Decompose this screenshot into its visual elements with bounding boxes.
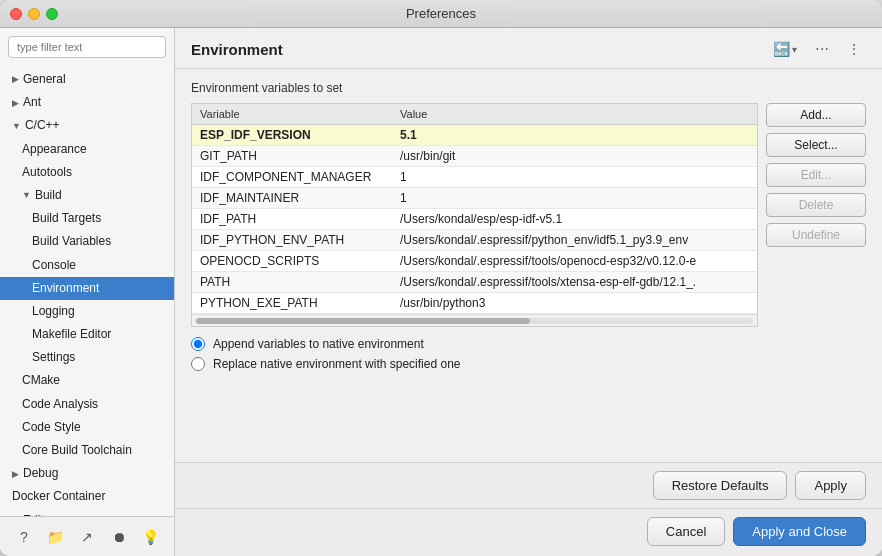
export-icon[interactable]: ↗ bbox=[78, 528, 96, 546]
select-button[interactable]: Select... bbox=[766, 133, 866, 157]
table-cell-value: 1 bbox=[392, 188, 757, 209]
chevron-right-icon: ▶ bbox=[12, 467, 19, 481]
sidebar-item-cmake[interactable]: CMake bbox=[0, 369, 174, 392]
add-button[interactable]: Add... bbox=[766, 103, 866, 127]
radio-section: Append variables to native environment R… bbox=[191, 337, 758, 371]
sidebar-item-docker-container[interactable]: Docker Container bbox=[0, 485, 174, 508]
radio-append-label: Append variables to native environment bbox=[213, 337, 424, 351]
close-button[interactable] bbox=[10, 8, 22, 20]
radio-replace[interactable] bbox=[191, 357, 205, 371]
sidebar-item-appearance[interactable]: Appearance bbox=[0, 138, 174, 161]
sidebar-tree: ▶ General ▶ Ant ▼ C/C++ Appearance bbox=[0, 66, 174, 516]
table-cell-variable: IDF_PATH bbox=[192, 209, 392, 230]
scrollbar-track bbox=[196, 318, 753, 324]
section-label: Environment variables to set bbox=[191, 81, 866, 95]
lightbulb-icon[interactable]: 💡 bbox=[141, 528, 159, 546]
table-cell-variable: IDF_MAINTAINER bbox=[192, 188, 392, 209]
env-main: Variable Value ESP_IDF_VERSION5.1GIT_PAT… bbox=[191, 103, 866, 371]
horizontal-scrollbar[interactable] bbox=[192, 314, 757, 326]
scrollbar-thumb bbox=[196, 318, 530, 324]
sidebar-bottom-bar: ? 📁 ↗ ⏺ 💡 bbox=[0, 516, 174, 556]
window-title: Preferences bbox=[406, 6, 476, 21]
col-variable: Variable bbox=[192, 104, 392, 125]
table-row[interactable]: PYTHON_EXE_PATH/usr/bin/python3 bbox=[192, 293, 757, 314]
table-cell-variable: ESP_IDF_VERSION bbox=[192, 125, 392, 146]
sidebar-item-build-variables[interactable]: Build Variables bbox=[0, 230, 174, 253]
env-table-section: Variable Value ESP_IDF_VERSION5.1GIT_PAT… bbox=[191, 103, 758, 371]
chevron-right-icon: ▶ bbox=[12, 96, 19, 110]
forward-icon[interactable]: ⋯ bbox=[810, 38, 834, 60]
sidebar: ▶ General ▶ Ant ▼ C/C++ Appearance bbox=[0, 28, 175, 556]
sidebar-item-logging[interactable]: Logging bbox=[0, 300, 174, 323]
search-input[interactable] bbox=[8, 36, 166, 58]
sidebar-item-autotools[interactable]: Autotools bbox=[0, 161, 174, 184]
table-row[interactable]: IDF_MAINTAINER1 bbox=[192, 188, 757, 209]
traffic-lights bbox=[10, 8, 58, 20]
content-header: Environment 🔙 ▾ ⋯ ⋮ bbox=[175, 28, 882, 69]
undefine-button[interactable]: Undefine bbox=[766, 223, 866, 247]
table-row[interactable]: GIT_PATH/usr/bin/git bbox=[192, 146, 757, 167]
content-footer: Restore Defaults Apply bbox=[175, 462, 882, 508]
sidebar-item-makefile-editor[interactable]: Makefile Editor bbox=[0, 323, 174, 346]
sidebar-item-core-build-toolchain[interactable]: Core Build Toolchain bbox=[0, 439, 174, 462]
table-cell-value: /Users/kondal/.espressif/tools/xtensa-es… bbox=[392, 272, 757, 293]
table-cell-value: 5.1 bbox=[392, 125, 757, 146]
maximize-button[interactable] bbox=[46, 8, 58, 20]
table-row[interactable]: IDF_COMPONENT_MANAGER1 bbox=[192, 167, 757, 188]
table-row[interactable]: ESP_IDF_VERSION5.1 bbox=[192, 125, 757, 146]
sidebar-item-general[interactable]: ▶ General bbox=[0, 68, 174, 91]
content-area: Environment 🔙 ▾ ⋯ ⋮ Environment varia bbox=[175, 28, 882, 556]
radio-row-append: Append variables to native environment bbox=[191, 337, 758, 351]
header-icons: 🔙 ▾ ⋯ ⋮ bbox=[768, 38, 866, 60]
question-icon[interactable]: ? bbox=[15, 528, 33, 546]
env-table-container: Variable Value ESP_IDF_VERSION5.1GIT_PAT… bbox=[191, 103, 758, 327]
table-cell-variable: IDF_PYTHON_ENV_PATH bbox=[192, 230, 392, 251]
record-icon[interactable]: ⏺ bbox=[110, 528, 128, 546]
env-table: Variable Value ESP_IDF_VERSION5.1GIT_PAT… bbox=[192, 104, 757, 314]
radio-replace-label: Replace native environment with specifie… bbox=[213, 357, 460, 371]
apply-button[interactable]: Apply bbox=[795, 471, 866, 500]
preferences-window: Preferences ▶ General ▶ Ant ▼ C/C bbox=[0, 0, 882, 556]
table-cell-value: /Users/kondal/.espressif/tools/openocd-e… bbox=[392, 251, 757, 272]
content-body: Environment variables to set Variable Va… bbox=[175, 69, 882, 462]
sidebar-item-debug[interactable]: ▶ Debug bbox=[0, 462, 174, 485]
sidebar-item-code-analysis[interactable]: Code Analysis bbox=[0, 393, 174, 416]
radio-append[interactable] bbox=[191, 337, 205, 351]
sidebar-item-console[interactable]: Console bbox=[0, 254, 174, 277]
sidebar-item-settings[interactable]: Settings bbox=[0, 346, 174, 369]
sidebar-item-cpp[interactable]: ▼ C/C++ bbox=[0, 114, 174, 137]
table-cell-value: /usr/bin/python3 bbox=[392, 293, 757, 314]
sidebar-item-environment[interactable]: Environment bbox=[0, 277, 174, 300]
table-row[interactable]: IDF_PATH/Users/kondal/esp/esp-idf-v5.1 bbox=[192, 209, 757, 230]
cancel-button[interactable]: Cancel bbox=[647, 517, 725, 546]
footer-buttons: Restore Defaults Apply bbox=[653, 471, 866, 500]
col-value: Value bbox=[392, 104, 757, 125]
minimize-button[interactable] bbox=[28, 8, 40, 20]
edit-button[interactable]: Edit... bbox=[766, 163, 866, 187]
table-cell-value: /usr/bin/git bbox=[392, 146, 757, 167]
table-cell-variable: OPENOCD_SCRIPTS bbox=[192, 251, 392, 272]
bottom-footer: Cancel Apply and Close bbox=[175, 508, 882, 556]
table-cell-variable: GIT_PATH bbox=[192, 146, 392, 167]
sidebar-item-build[interactable]: ▼ Build bbox=[0, 184, 174, 207]
chevron-right-icon: ▶ bbox=[12, 72, 19, 86]
table-row[interactable]: PATH/Users/kondal/.espressif/tools/xtens… bbox=[192, 272, 757, 293]
sidebar-item-ant[interactable]: ▶ Ant bbox=[0, 91, 174, 114]
page-title: Environment bbox=[191, 41, 283, 58]
apply-close-button[interactable]: Apply and Close bbox=[733, 517, 866, 546]
sidebar-item-code-style[interactable]: Code Style bbox=[0, 416, 174, 439]
table-row[interactable]: IDF_PYTHON_ENV_PATH/Users/kondal/.espres… bbox=[192, 230, 757, 251]
chevron-down-icon: ▼ bbox=[22, 188, 31, 202]
restore-defaults-button[interactable]: Restore Defaults bbox=[653, 471, 788, 500]
table-cell-variable: IDF_COMPONENT_MANAGER bbox=[192, 167, 392, 188]
table-cell-variable: PATH bbox=[192, 272, 392, 293]
sidebar-item-build-targets[interactable]: Build Targets bbox=[0, 207, 174, 230]
more-options-icon[interactable]: ⋮ bbox=[842, 38, 866, 60]
table-row[interactable]: OPENOCD_SCRIPTS/Users/kondal/.espressif/… bbox=[192, 251, 757, 272]
sidebar-item-editor[interactable]: ▶ Editor bbox=[0, 509, 174, 516]
title-bar: Preferences bbox=[0, 0, 882, 28]
folder-icon[interactable]: 📁 bbox=[46, 528, 64, 546]
back-icon[interactable]: 🔙 ▾ bbox=[768, 38, 802, 60]
chevron-down-icon: ▼ bbox=[12, 119, 21, 133]
delete-button[interactable]: Delete bbox=[766, 193, 866, 217]
